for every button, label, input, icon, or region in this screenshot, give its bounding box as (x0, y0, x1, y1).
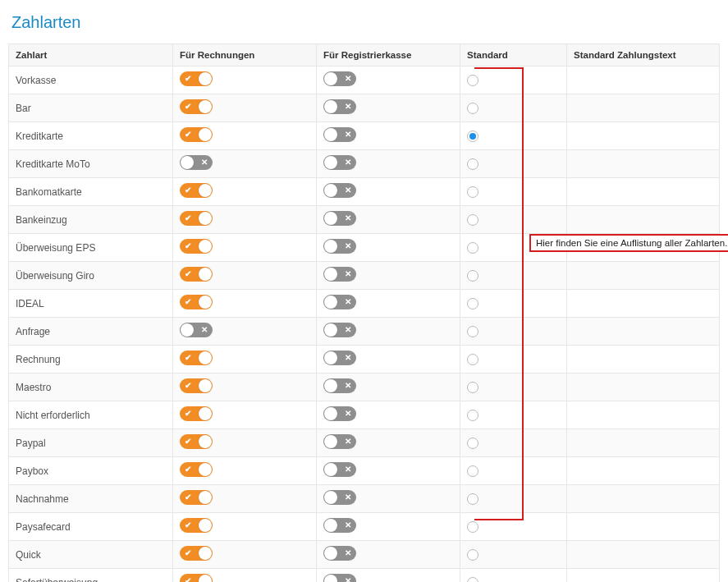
radio-standard[interactable] (467, 186, 478, 198)
radio-standard[interactable] (467, 214, 478, 226)
payment-text (567, 262, 720, 290)
col-header-registrierkasse: Für Registrierkasse (317, 44, 460, 66)
payment-name: Nicht erforderlich (9, 401, 173, 429)
payment-name: Bar (9, 94, 173, 122)
payment-name: Paysafecard (9, 513, 173, 541)
toggle-register[interactable]: ✕ (323, 183, 356, 198)
payment-text (567, 290, 720, 318)
toggle-register[interactable]: ✕ (323, 378, 356, 393)
payment-name: Bankeinzug (9, 206, 173, 234)
table-row: Vorkasse✔✕ (9, 66, 720, 94)
cross-icon: ✕ (345, 493, 351, 502)
radio-standard[interactable] (467, 158, 478, 170)
toggle-invoices[interactable]: ✕ (180, 323, 213, 337)
radio-standard[interactable] (467, 438, 478, 449)
payment-name: Maestro (9, 373, 173, 401)
payment-name: Paypal (9, 429, 173, 457)
radio-standard[interactable] (467, 354, 478, 365)
toggle-register[interactable]: ✕ (323, 211, 356, 226)
toggle-invoices[interactable]: ✔ (180, 490, 213, 505)
toggle-register[interactable]: ✕ (323, 546, 356, 561)
check-icon: ✔ (185, 521, 191, 529)
table-row: Kreditkarte✔✕ (9, 122, 720, 150)
cross-icon: ✕ (345, 577, 351, 582)
toggle-register[interactable]: ✕ (323, 351, 356, 365)
toggle-invoices[interactable]: ✔ (180, 518, 213, 533)
toggle-register[interactable]: ✕ (323, 99, 356, 114)
check-icon: ✔ (185, 186, 191, 195)
payment-name: IDEAL (9, 290, 173, 318)
cross-icon: ✕ (345, 242, 351, 250)
toggle-register[interactable]: ✕ (323, 490, 356, 505)
toggle-invoices[interactable]: ✔ (180, 406, 213, 421)
payment-text (567, 569, 720, 583)
radio-standard[interactable] (467, 326, 478, 337)
toggle-register[interactable]: ✕ (323, 323, 356, 337)
radio-standard[interactable] (467, 242, 478, 254)
radio-standard[interactable] (467, 493, 478, 505)
col-header-zahlungstext: Standard Zahlungstext (567, 44, 720, 66)
toggle-invoices[interactable]: ✔ (180, 351, 213, 365)
radio-standard[interactable] (467, 298, 478, 309)
toggle-register[interactable]: ✕ (323, 155, 356, 170)
check-icon: ✔ (185, 242, 191, 250)
payment-name: Quick (9, 541, 173, 569)
toggle-register[interactable]: ✕ (323, 462, 356, 477)
payment-text (567, 234, 720, 262)
toggle-register[interactable]: ✕ (323, 267, 356, 282)
radio-standard[interactable] (467, 382, 478, 393)
toggle-register[interactable]: ✕ (323, 71, 356, 86)
payment-name: Nachnahme (9, 485, 173, 513)
toggle-invoices[interactable]: ✔ (180, 127, 213, 142)
toggle-invoices[interactable]: ✕ (180, 155, 213, 170)
toggle-invoices[interactable]: ✔ (180, 378, 213, 393)
toggle-invoices[interactable]: ✔ (180, 546, 213, 561)
toggle-invoices[interactable]: ✔ (180, 434, 213, 449)
cross-icon: ✕ (345, 438, 351, 446)
toggle-invoices[interactable]: ✔ (180, 211, 213, 226)
payment-name: Kreditkarte (9, 122, 173, 150)
radio-standard[interactable] (467, 549, 478, 561)
toggle-invoices[interactable]: ✔ (180, 183, 213, 198)
radio-standard[interactable] (467, 131, 478, 142)
table-row: Rechnung✔✕ (9, 346, 720, 373)
toggle-register[interactable]: ✕ (323, 518, 356, 533)
payment-name: Kreditkarte MoTo (9, 150, 173, 178)
toggle-register[interactable]: ✕ (323, 406, 356, 421)
cross-icon: ✕ (201, 326, 208, 334)
table-row: Bankeinzug✔✕ (9, 206, 720, 234)
toggle-invoices[interactable]: ✔ (180, 574, 213, 582)
payment-text (567, 457, 720, 485)
toggle-invoices[interactable]: ✔ (180, 462, 213, 477)
check-icon: ✔ (185, 354, 191, 362)
toggle-register[interactable]: ✕ (323, 434, 356, 449)
table-row: Kreditkarte MoTo✕✕ (9, 150, 720, 178)
radio-standard[interactable] (467, 410, 478, 421)
toggle-invoices[interactable]: ✔ (180, 239, 213, 254)
payment-name: Überweisung EPS (9, 234, 173, 262)
table-row: Nicht erforderlich✔✕ (9, 401, 720, 429)
toggle-register[interactable]: ✕ (323, 574, 356, 582)
toggle-invoices[interactable]: ✔ (180, 267, 213, 282)
radio-standard[interactable] (467, 521, 478, 533)
toggle-register[interactable]: ✕ (323, 295, 356, 309)
payment-text (567, 318, 720, 346)
table-header-row: Zahlart Für Rechnungen Für Registrierkas… (9, 44, 720, 66)
radio-standard[interactable] (467, 270, 478, 282)
toggle-register[interactable]: ✕ (323, 239, 356, 254)
radio-standard[interactable] (467, 103, 478, 114)
cross-icon: ✕ (345, 298, 351, 306)
toggle-invoices[interactable]: ✔ (180, 99, 213, 114)
table-row: IDEAL✔✕ (9, 290, 720, 318)
toggle-register[interactable]: ✕ (323, 127, 356, 142)
payment-text (567, 122, 720, 150)
radio-standard[interactable] (467, 465, 478, 477)
toggle-invoices[interactable]: ✔ (180, 71, 213, 86)
payment-name: Bankomatkarte (9, 178, 173, 206)
table-row: Bankomatkarte✔✕ (9, 178, 720, 206)
payment-name: Anfrage (9, 318, 173, 346)
radio-standard[interactable] (467, 75, 478, 86)
toggle-invoices[interactable]: ✔ (180, 295, 213, 309)
radio-standard[interactable] (467, 577, 478, 582)
payment-text (567, 513, 720, 541)
